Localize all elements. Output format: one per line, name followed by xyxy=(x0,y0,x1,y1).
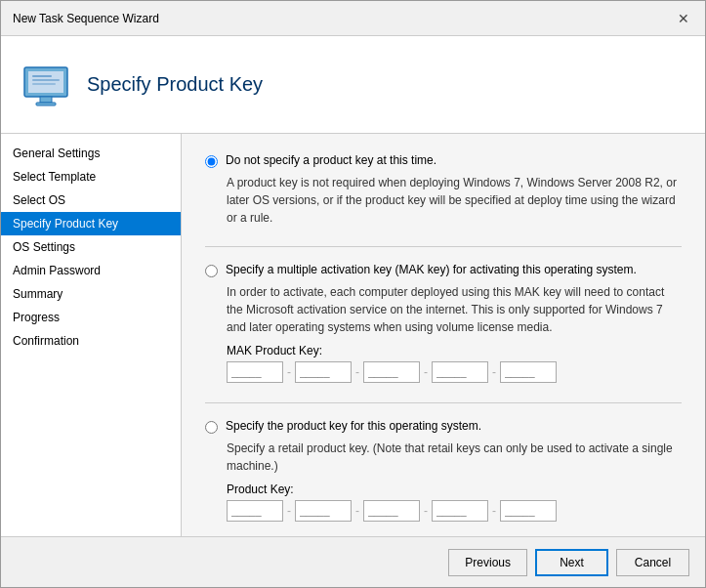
retail-segment-2[interactable] xyxy=(295,500,352,522)
sidebar-item-general-settings[interactable]: General Settings xyxy=(1,142,181,165)
sidebar-item-select-os[interactable]: Select OS xyxy=(1,189,181,212)
mak-segment-3[interactable] xyxy=(363,361,420,383)
svg-rect-2 xyxy=(40,97,52,103)
option2-radio-label[interactable]: Specify a multiple activation key (MAK k… xyxy=(205,263,682,277)
option3-block: Specify the product key for this operati… xyxy=(205,419,682,522)
header-area: Specify Product Key xyxy=(1,36,705,134)
cancel-button[interactable]: Cancel xyxy=(616,549,689,576)
option2-description: In order to activate, each computer depl… xyxy=(227,283,682,336)
option1-radio[interactable] xyxy=(205,155,218,168)
option2-label: Specify a multiple activation key (MAK k… xyxy=(226,263,637,276)
main-area: General Settings Select Template Select … xyxy=(1,134,705,536)
close-button[interactable]: ✕ xyxy=(674,11,693,26)
wizard-icon xyxy=(21,60,71,110)
option3-radio[interactable] xyxy=(205,421,218,434)
option3-radio-label[interactable]: Specify the product key for this operati… xyxy=(205,419,682,434)
option1-label: Do not specify a product key at this tim… xyxy=(226,153,436,167)
sidebar-item-summary[interactable]: Summary xyxy=(1,282,181,306)
option3-label: Specify the product key for this operati… xyxy=(226,419,481,433)
retail-sep-2: - xyxy=(355,504,359,518)
retail-sep-1: - xyxy=(287,504,291,518)
svg-rect-1 xyxy=(28,71,63,93)
retail-segment-1[interactable] xyxy=(227,500,283,522)
retail-segment-3[interactable] xyxy=(363,500,420,522)
mak-sep-2: - xyxy=(355,365,359,379)
option2-block: Specify a multiple activation key (MAK k… xyxy=(205,263,682,383)
mak-sep-1: - xyxy=(287,365,291,379)
content-area: Do not specify a product key at this tim… xyxy=(182,134,705,536)
mak-key-field-row: MAK Product Key: - - - - xyxy=(227,344,682,383)
sidebar-item-select-template[interactable]: Select Template xyxy=(1,165,181,189)
svg-rect-6 xyxy=(32,83,56,85)
retail-key-label: Product Key: xyxy=(227,483,682,496)
sidebar-item-confirmation[interactable]: Confirmation xyxy=(1,329,181,353)
retail-key-field-row: Product Key: - - - - xyxy=(227,483,682,522)
footer: Previous Next Cancel xyxy=(1,536,705,587)
sidebar: General Settings Select Template Select … xyxy=(1,134,182,536)
retail-sep-3: - xyxy=(424,504,428,518)
mak-key-input-group: - - - - xyxy=(227,361,682,383)
sidebar-item-admin-password[interactable]: Admin Password xyxy=(1,259,181,282)
svg-rect-3 xyxy=(36,103,56,105)
wizard-window: New Task Sequence Wizard ✕ Specify Produ… xyxy=(0,0,706,588)
option1-description: A product key is not required when deplo… xyxy=(227,174,682,227)
sidebar-item-os-settings[interactable]: OS Settings xyxy=(1,235,181,259)
mak-segment-2[interactable] xyxy=(295,361,352,383)
svg-rect-4 xyxy=(32,75,52,77)
mak-key-label: MAK Product Key: xyxy=(227,344,682,357)
sidebar-item-specify-product-key[interactable]: Specify Product Key xyxy=(1,212,181,235)
svg-rect-5 xyxy=(32,79,60,81)
option3-description: Specify a retail product key. (Note that… xyxy=(227,440,682,475)
mak-sep-4: - xyxy=(492,365,496,379)
sidebar-item-progress[interactable]: Progress xyxy=(1,306,181,329)
option1-block: Do not specify a product key at this tim… xyxy=(205,153,682,227)
divider2 xyxy=(205,402,682,403)
option1-radio-label[interactable]: Do not specify a product key at this tim… xyxy=(205,153,682,168)
mak-segment-1[interactable] xyxy=(227,361,283,383)
page-title: Specify Product Key xyxy=(87,73,263,96)
next-button[interactable]: Next xyxy=(535,549,608,576)
window-title: New Task Sequence Wizard xyxy=(13,12,159,25)
divider1 xyxy=(205,246,682,247)
previous-button[interactable]: Previous xyxy=(448,549,527,576)
retail-segment-4[interactable] xyxy=(432,500,488,522)
title-bar: New Task Sequence Wizard ✕ xyxy=(1,1,705,36)
retail-key-input-group: - - - - xyxy=(227,500,682,522)
mak-segment-5[interactable] xyxy=(500,361,557,383)
mak-sep-3: - xyxy=(424,365,428,379)
retail-segment-5[interactable] xyxy=(500,500,557,522)
retail-sep-4: - xyxy=(492,504,496,518)
mak-segment-4[interactable] xyxy=(432,361,488,383)
option2-radio[interactable] xyxy=(205,265,218,277)
